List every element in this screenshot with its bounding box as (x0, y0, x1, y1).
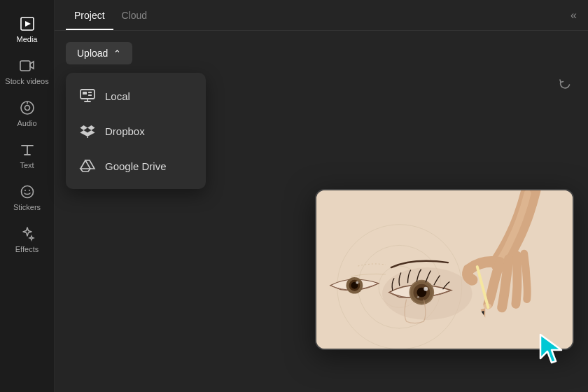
tabs-collapse-button[interactable]: « (570, 9, 577, 22)
dropdown-item-google-drive[interactable]: Google Drive (66, 148, 206, 183)
dropbox-icon (80, 123, 95, 139)
sidebar-label-effects: Effects (15, 245, 38, 253)
sidebar-label-media: Media (17, 35, 38, 43)
gdrive-icon (80, 158, 95, 174)
sidebar-item-stickers[interactable]: Stickers (2, 176, 52, 218)
sidebar-label-text: Text (20, 161, 34, 169)
main-content: Project Cloud « Upload ⌃ (55, 0, 588, 392)
svg-rect-2 (20, 61, 30, 71)
sidebar: Media Stock videos Audio (0, 0, 55, 392)
dropdown-label-local: Local (105, 90, 130, 102)
dropdown-item-dropbox[interactable]: Dropbox (66, 113, 206, 148)
svg-point-8 (29, 190, 30, 191)
svg-marker-1 (25, 21, 31, 27)
monitor-icon (80, 88, 95, 104)
svg-rect-10 (83, 92, 87, 94)
upload-chevron-icon: ⌃ (113, 48, 121, 59)
audio-icon (19, 99, 36, 116)
sidebar-item-stock-videos[interactable]: Stock videos (2, 50, 52, 92)
cursor-arrow (538, 332, 568, 365)
stock-videos-icon (19, 57, 36, 74)
content-area: Upload ⌃ (55, 31, 588, 392)
sidebar-item-media[interactable]: Media (2, 8, 52, 50)
stickers-icon (19, 183, 36, 200)
sidebar-item-text[interactable]: Text (2, 134, 52, 176)
app-container: Media Stock videos Audio (0, 0, 588, 392)
svg-point-28 (356, 281, 358, 284)
upload-button[interactable]: Upload ⌃ (66, 42, 132, 64)
svg-point-13 (87, 136, 88, 138)
upload-button-label: Upload (77, 48, 108, 59)
sidebar-label-stickers: Stickers (13, 203, 41, 211)
svg-point-23 (424, 287, 428, 291)
svg-point-24 (417, 296, 419, 298)
sidebar-label-stock-videos: Stock videos (5, 77, 48, 85)
svg-rect-11 (88, 92, 92, 93)
svg-point-7 (24, 190, 26, 191)
media-icon (19, 15, 36, 32)
svg-point-6 (21, 186, 33, 198)
svg-rect-12 (88, 94, 92, 96)
sidebar-item-audio[interactable]: Audio (2, 92, 52, 134)
tab-project[interactable]: Project (66, 1, 113, 29)
sidebar-item-effects[interactable]: Effects (2, 218, 52, 260)
preview-card (315, 189, 574, 350)
effects-icon (19, 225, 36, 242)
tab-cloud[interactable]: Cloud (113, 1, 156, 29)
refresh-button[interactable] (559, 78, 571, 94)
dropdown-label-gdrive: Google Drive (105, 160, 167, 172)
sidebar-label-audio: Audio (17, 119, 36, 127)
text-icon (19, 141, 36, 158)
preview-image (316, 190, 573, 349)
tabs-bar: Project Cloud « (55, 0, 588, 31)
dropdown-item-local[interactable]: Local (66, 78, 206, 113)
upload-dropdown: Local Dropbox (66, 73, 206, 189)
dropdown-label-dropbox: Dropbox (105, 125, 145, 137)
svg-point-4 (24, 106, 29, 111)
